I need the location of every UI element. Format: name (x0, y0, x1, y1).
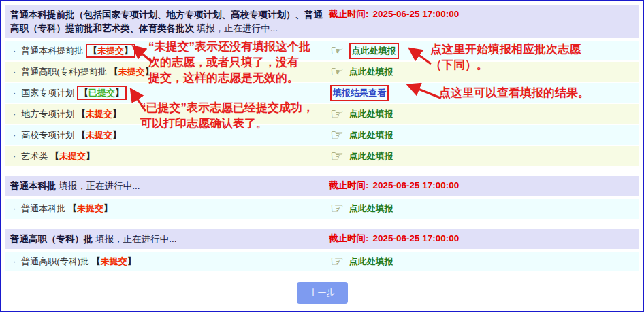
status-badge: 未提交 (97, 46, 124, 56)
batch-name: 普通高职(专科)提前批 (21, 67, 107, 77)
status-highlight-box: 【未提交】 (86, 44, 135, 58)
batch-row: ·国家专项计划 【已提交】 填报结果查看 (5, 83, 639, 103)
section-title-bold: 普通高职（专科）批 (10, 234, 93, 244)
fill-link[interactable]: 点此处填报 (349, 129, 393, 141)
fill-link[interactable]: 点此处填报 (349, 108, 393, 120)
section-title-rest: 填报，正在进行中... (57, 181, 140, 191)
status-highlight-box: 【已提交】 (77, 86, 127, 100)
batch-label: ·国家专项计划 【已提交】 (10, 87, 329, 99)
bracket-close: 】 (127, 256, 136, 266)
action-cell: 填报结果查看 (329, 85, 634, 101)
bullet: · (13, 88, 16, 98)
deadline-value: 2025-06-25 17:00:00 (373, 9, 460, 19)
fill-link[interactable]: 点此处填报 (349, 203, 393, 215)
bullet: · (13, 109, 16, 119)
section-header: 普通本科提前批（包括国家专项计划、地方专项计划、高校专项计划）、普通高职（专科）… (5, 5, 639, 38)
pointing-hand-icon: ☞ (330, 255, 344, 268)
bracket-close: 】 (112, 130, 121, 140)
bullet: · (13, 151, 16, 161)
footer: 上一步 (5, 282, 639, 304)
batch-name: 高校专项计划 (21, 130, 74, 140)
bracket-close: 】 (115, 88, 124, 98)
section-title-bold: 普通本科批 (10, 181, 57, 191)
volunteer-batch-status-page: 普通本科提前批（包括国家专项计划、地方专项计划、高校专项计划）、普通高职（专科）… (0, 0, 644, 312)
batch-name: 普通本科提前批 (21, 46, 83, 56)
batch-row: ·高校专项计划 【未提交】 ☞ 点此处填报 (5, 125, 639, 145)
bullet: · (13, 256, 16, 266)
pointing-hand-icon: ☞ (330, 202, 344, 215)
pointing-hand-icon: ☞ (330, 44, 344, 58)
status-badge: 未提交 (86, 109, 112, 119)
section-title-rest: 填报，正在进行中... (194, 23, 278, 33)
section-title-rest: 填报，正在进行中... (93, 234, 177, 244)
bullet: · (13, 203, 16, 213)
action-cell: ☞ 点此处填报 (329, 128, 634, 142)
status-badge: 未提交 (86, 130, 112, 140)
previous-step-button[interactable]: 上一步 (297, 282, 348, 304)
batch-name: 国家专项计划 (21, 88, 74, 98)
bracket-open: 【 (77, 109, 86, 119)
batch-row: ·普通高职(专科)批 【未提交】 ☞ 点此处填报 (5, 252, 639, 271)
batch-label: ·地方专项计划 【未提交】 (10, 108, 329, 120)
batch-label: ·普通本科提前批 【未提交】 (10, 45, 329, 57)
status-badge: 未提交 (118, 67, 145, 77)
batch-row: ·普通本科批 【未提交】 ☞ 点此处填报 (5, 199, 639, 219)
fill-link[interactable]: 点此处填报 (349, 66, 393, 78)
status-badge: 未提交 (59, 151, 86, 161)
deadline-value: 2025-06-25 17:00:00 (373, 233, 460, 243)
view-result-link[interactable]: 填报结果查看 (330, 85, 389, 101)
batch-row: ·普通本科提前批 【未提交】 ☞ 点此处填报 (5, 41, 639, 60)
status-badge: 未提交 (77, 203, 103, 213)
batch-label: ·艺术类 【未提交】 (10, 150, 329, 162)
bracket-open: 【 (77, 130, 86, 140)
bracket-close: 】 (124, 46, 133, 56)
fill-link[interactable]: 点此处填报 (349, 43, 399, 59)
bracket-close: 】 (145, 67, 154, 77)
section-advance-batches: 普通本科提前批（包括国家专项计划、地方专项计划、高校专项计划）、普通高职（专科）… (5, 5, 639, 166)
bracket-open: 【 (92, 256, 101, 266)
section-title: 普通本科批 填报，正在进行中... (10, 179, 329, 193)
batch-name: 普通本科批 (21, 203, 65, 213)
batch-row: ·地方专项计划 【未提交】 ☞ 点此处填报 (5, 104, 639, 124)
deadline-label: 截止时间: (329, 233, 369, 243)
status-badge: 已提交 (88, 88, 115, 98)
deadline-label: 截止时间: (329, 9, 369, 19)
deadline: 截止时间:2025-06-25 17:00:00 (329, 179, 634, 193)
batch-label: ·普通高职(专科)批 【未提交】 (10, 256, 329, 268)
bracket-open: 【 (80, 88, 88, 98)
deadline-value: 2025-06-25 17:00:00 (373, 180, 460, 190)
section-header: 普通本科批 填报，正在进行中... 截止时间:2025-06-25 17:00:… (5, 176, 639, 196)
bullet: · (13, 67, 16, 77)
bracket-open: 【 (50, 151, 59, 161)
bracket-open: 【 (88, 46, 97, 56)
bullet: · (13, 130, 16, 140)
action-cell: ☞ 点此处填报 (329, 255, 634, 268)
status-badge: 未提交 (101, 256, 127, 266)
section-regular-undergraduate: 普通本科批 填报，正在进行中... 截止时间:2025-06-25 17:00:… (5, 176, 639, 219)
pointing-hand-icon: ☞ (330, 65, 344, 79)
section-title: 普通本科提前批（包括国家专项计划、地方专项计划、高校专项计划）、普通高职（专科）… (10, 8, 329, 35)
deadline: 截止时间:2025-06-25 17:00:00 (329, 232, 634, 246)
batch-label: ·高校专项计划 【未提交】 (10, 129, 329, 141)
section-vocational: 普通高职（专科）批 填报，正在进行中... 截止时间:2025-06-25 17… (5, 229, 639, 272)
fill-link[interactable]: 点此处填报 (349, 256, 393, 268)
batch-label: ·普通本科批 【未提交】 (10, 203, 329, 215)
batch-name: 普通高职(专科)批 (21, 256, 89, 266)
bracket-close: 】 (103, 203, 112, 213)
action-cell: ☞ 点此处填报 (329, 202, 634, 215)
bullet: · (13, 46, 16, 56)
action-cell: ☞ 点此处填报 (329, 43, 634, 59)
section-title: 普通高职（专科）批 填报，正在进行中... (10, 232, 329, 246)
bracket-open: 【 (68, 203, 77, 213)
bracket-close: 】 (112, 109, 121, 119)
pointing-hand-icon: ☞ (330, 107, 344, 121)
deadline-label: 截止时间: (329, 180, 369, 190)
bracket-open: 【 (110, 67, 118, 77)
batch-row: ·艺术类 【未提交】 ☞ 点此处填报 (5, 146, 639, 166)
fill-link[interactable]: 点此处填报 (349, 150, 393, 162)
action-cell: ☞ 点此处填报 (329, 150, 634, 163)
section-header: 普通高职（专科）批 填报，正在进行中... 截止时间:2025-06-25 17… (5, 229, 639, 249)
action-cell: ☞ 点此处填报 (329, 65, 634, 79)
bracket-close: 】 (86, 151, 95, 161)
batch-label: ·普通高职(专科)提前批 【未提交】 (10, 66, 329, 78)
